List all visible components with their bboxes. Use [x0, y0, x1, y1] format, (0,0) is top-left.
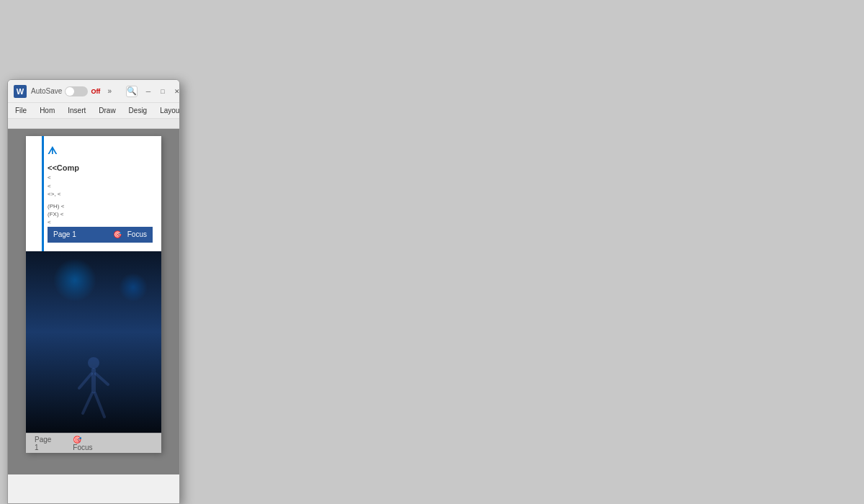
word-window-small[interactable]: W AutoSave Off » 🔍 ─ □ ✕ File Hom Insert…: [7, 79, 180, 504]
svg-line-3: [96, 374, 108, 384]
close-btn-1[interactable]: ✕: [171, 85, 180, 98]
svg-line-2: [79, 374, 91, 388]
dancer-silhouette-1: [72, 352, 115, 438]
word-icon-1: W: [14, 85, 27, 98]
window-controls-1: ─ □ ✕: [142, 85, 180, 98]
bg-image-1: [26, 251, 161, 453]
global-taskbar: Page 1 🎯 Focus Page 1 🎯 Focus Page 1 🎯 F…: [26, 433, 161, 453]
ribbon-1: File Hom Insert Draw Desig Layou Refer M…: [8, 103, 179, 119]
svg-rect-1: [91, 368, 96, 393]
svg-point-0: [88, 357, 99, 369]
tab-insert-1[interactable]: Insert: [65, 105, 89, 116]
status-right-1: 🎯 Focus: [113, 230, 147, 240]
taskbar-page-1: Page 1: [35, 436, 51, 451]
taskbar-focus-1: 🎯 Focus: [73, 436, 92, 451]
logo-icon-1: ᗑ: [48, 145, 57, 157]
status-bar-1: Page 1 🎯 Focus: [48, 227, 153, 243]
tab-file-1[interactable]: File: [12, 105, 30, 116]
svg-line-5: [95, 393, 104, 417]
powder-splash-2: [119, 273, 148, 302]
tab-layout-1[interactable]: Layou: [157, 105, 180, 116]
search-btn-1[interactable]: 🔍: [126, 86, 138, 97]
page-1: ᗑ <<Comp < < <>, < (PH) < (FX) < <: [26, 136, 161, 453]
tab-draw-1[interactable]: Draw: [96, 105, 118, 116]
address-content-1: <<Comp < < <>, < (PH) < (FX) < <: [48, 163, 153, 243]
document-area-1: ᗑ <<Comp < < <>, < (PH) < (FX) < <: [8, 129, 179, 474]
tab-home-1[interactable]: Hom: [37, 105, 58, 116]
restore-btn-1[interactable]: □: [156, 85, 169, 98]
tab-design-1[interactable]: Desig: [126, 105, 150, 116]
logo-area-1: ᗑ: [48, 145, 153, 157]
autosave-toggle-1[interactable]: [65, 86, 88, 96]
svg-line-4: [83, 393, 92, 413]
ruler-1: [8, 119, 179, 129]
autosave-area-1: AutoSave Off: [31, 86, 100, 96]
toolbar-icons-1: 🔍: [123, 86, 138, 97]
powder-splash-1: [53, 258, 96, 302]
page-content-1: ᗑ <<Comp < < <>, < (PH) < (FX) < <: [39, 136, 161, 251]
minimize-btn-1[interactable]: ─: [142, 85, 155, 98]
focus-icon-1: 🎯: [113, 230, 122, 240]
title-bar-1: W AutoSave Off » 🔍 ─ □ ✕: [8, 80, 179, 103]
